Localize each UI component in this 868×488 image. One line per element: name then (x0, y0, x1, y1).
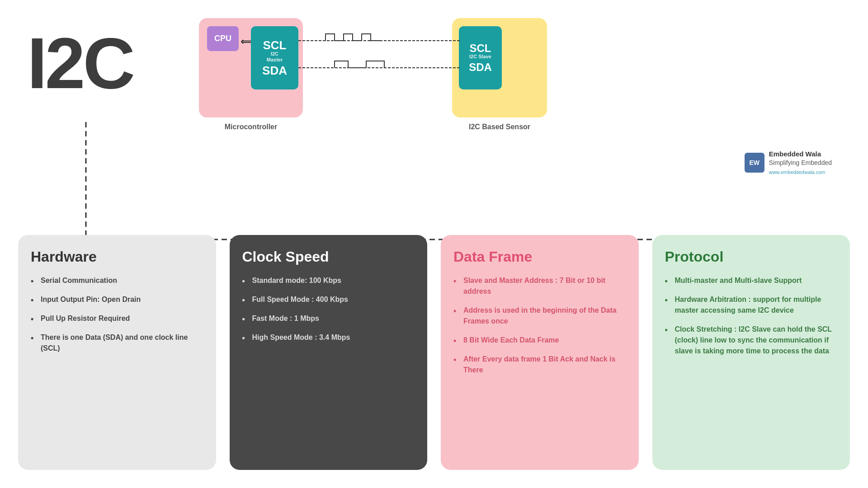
microcontroller-box: CPU ⟺ SCL I2CMaster SDA Microcontroller (199, 18, 303, 117)
hardware-item-0: Serial Communication (31, 275, 203, 286)
hardware-item-3: There is one Data (SDA) and one clock li… (31, 332, 203, 354)
sda-slave-label: SDA (469, 62, 492, 73)
data-frame-card-title: Data Frame (453, 249, 626, 265)
protocol-card: Protocol Multi-master and Multi-slave Su… (652, 235, 850, 470)
hardware-item-1: Input Output Pin: Open Drain (31, 294, 203, 305)
clock-item-0: Standard mode: 100 Kbps (242, 275, 415, 286)
dataframe-item-3: After Every data frame 1 Bit Ack and Nac… (453, 354, 626, 375)
dataframe-item-0: Slave and Master Address : 7 Bit or 10 b… (453, 275, 626, 297)
protocol-item-0: Multi-master and Multi-slave Support (665, 275, 838, 286)
dataframe-item-1: Address is used in the beginning of the … (453, 305, 626, 327)
protocol-item-2: Clock Stretching : I2C Slave can hold th… (665, 324, 838, 357)
protocol-item-1: Hardware Arbitration : support for multi… (665, 294, 838, 316)
i2c-master-box: SCL I2CMaster SDA (251, 26, 298, 89)
scl-master-label: SCL (263, 39, 287, 51)
clock-item-2: Fast Mode : 1 Mbps (242, 313, 415, 324)
cpu-box: CPU (207, 26, 239, 51)
page-title: I2C (27, 27, 133, 99)
dataframe-item-2: 8 Bit Wide Each Data Frame (453, 335, 626, 346)
ew-text: Embedded Wala Simplifying Embedded www.e… (769, 149, 832, 176)
i2c-slave-box: SCL I2C Slave SDA (459, 26, 502, 89)
scl-slave-label: SCL (470, 43, 491, 54)
cards-container: Hardware Serial Communication Input Outp… (18, 235, 850, 470)
ew-badge: EW (745, 153, 764, 173)
clock-item-3: High Speed Mode : 3.4 Mbps (242, 332, 415, 343)
clock-speed-card-title: Clock Speed (242, 249, 415, 265)
clock-speed-card: Clock Speed Standard mode: 100 Kbps Full… (230, 235, 428, 470)
sensor-box: SCL I2C Slave SDA I2C Based Sensor (452, 18, 547, 117)
signal-lines-svg (298, 32, 461, 86)
i2c-master-text: I2CMaster (267, 51, 283, 63)
clock-item-1: Full Speed Mode : 400 Kbps (242, 294, 415, 305)
i2c-diagram: CPU ⟺ SCL I2CMaster SDA Microcontroller … (199, 18, 606, 154)
hardware-card: Hardware Serial Communication Input Outp… (18, 235, 216, 470)
data-frame-card: Data Frame Slave and Master Address : 7 … (441, 235, 639, 470)
protocol-card-title: Protocol (665, 249, 838, 265)
hardware-card-title: Hardware (31, 249, 203, 265)
i2c-based-sensor-label: I2C Based Sensor (469, 123, 530, 131)
i2c-slave-text: I2C Slave (469, 54, 491, 60)
sda-master-label: SDA (262, 65, 287, 76)
microcontroller-label: Microcontroller (225, 123, 277, 131)
hardware-item-2: Pull Up Resistor Required (31, 313, 203, 324)
embedded-wala-logo: EW Embedded Wala Simplifying Embedded ww… (745, 149, 832, 176)
